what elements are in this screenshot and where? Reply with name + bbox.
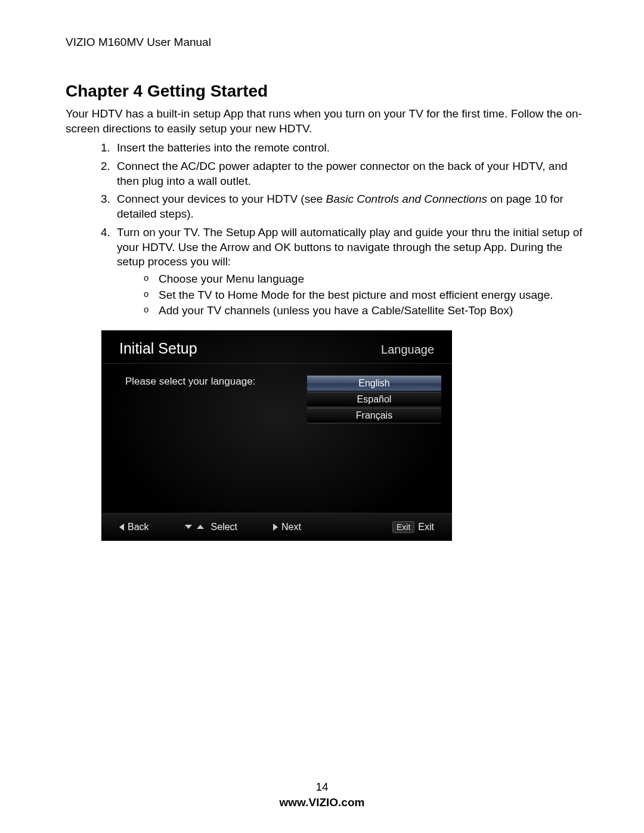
tv-title: Initial Setup <box>119 340 197 357</box>
tv-section-label: Language <box>381 343 434 357</box>
intro-paragraph: Your HDTV has a built-in setup App that … <box>66 107 584 136</box>
step-4-text: Turn on your TV. The Setup App will auto… <box>117 226 583 268</box>
step-4-sub-a: Choose your Menu language <box>144 272 584 287</box>
language-list: English Español Français <box>307 376 441 424</box>
arrow-up-icon <box>197 525 204 529</box>
nav-back[interactable]: Back <box>119 522 149 532</box>
step-4-sublist: Choose your Menu language Set the TV to … <box>117 272 584 318</box>
tv-screenshot: Initial Setup Language Please select you… <box>101 330 452 541</box>
step-1: Insert the batteries into the remote con… <box>113 141 584 156</box>
exit-key-icon: Exit <box>392 521 414 533</box>
page-number: 14 <box>0 781 644 794</box>
page-footer: 14 www.VIZIO.com <box>0 781 644 809</box>
step-2: Connect the AC/DC power adapter to the p… <box>113 159 584 188</box>
document-header: VIZIO M160MV User Manual <box>66 36 584 49</box>
step-3: Connect your devices to your HDTV (see B… <box>113 192 584 221</box>
nav-exit-label: Exit <box>418 522 434 532</box>
arrow-left-icon <box>119 524 124 531</box>
footer-site: www.VIZIO.com <box>0 796 644 809</box>
step-3-italic: Basic Controls and Connections <box>326 193 487 205</box>
nav-select[interactable]: Select <box>185 522 237 532</box>
nav-exit[interactable]: Exit Exit <box>392 521 434 533</box>
nav-next[interactable]: Next <box>273 522 301 532</box>
step-3-pre: Connect your devices to your HDTV (see <box>117 193 326 205</box>
steps-list: Insert the batteries into the remote con… <box>66 141 584 318</box>
tv-body: Please select your language: English Esp… <box>101 364 452 424</box>
arrow-right-icon <box>273 524 278 531</box>
tv-header: Initial Setup Language <box>101 330 452 364</box>
tv-footer-nav: Back Select Next Exit Exit <box>101 513 452 541</box>
step-4-sub-b: Set the TV to Home Mode for the best pic… <box>144 288 584 303</box>
step-4-sub-c: Add your TV channels (unless you have a … <box>144 304 584 318</box>
step-4: Turn on your TV. The Setup App will auto… <box>113 225 584 318</box>
chapter-title: Chapter 4 Getting Started <box>66 82 584 101</box>
nav-next-label: Next <box>281 522 301 532</box>
language-option-francais[interactable]: Français <box>307 408 441 423</box>
tv-prompt: Please select your language: <box>101 376 307 424</box>
nav-select-label: Select <box>211 522 237 532</box>
language-option-english[interactable]: English <box>307 376 441 391</box>
nav-back-label: Back <box>128 522 149 532</box>
language-option-espanol[interactable]: Español <box>307 392 441 407</box>
arrow-down-icon <box>185 525 192 529</box>
